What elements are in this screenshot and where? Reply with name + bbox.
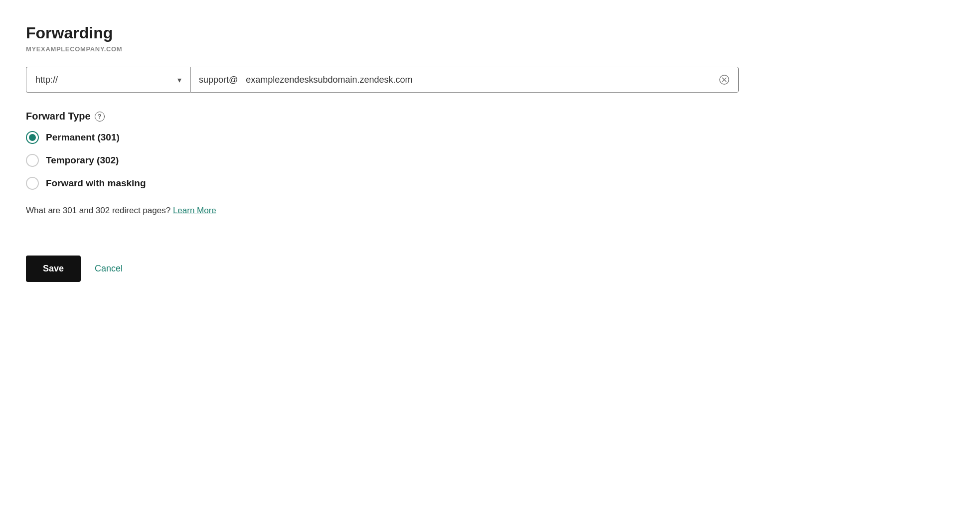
url-input-wrapper: support@: [190, 67, 739, 93]
radio-circle-masking: [26, 177, 39, 190]
help-icon[interactable]: ?: [95, 112, 105, 122]
learn-more-link[interactable]: Learn More: [173, 206, 216, 215]
radio-option-masking[interactable]: Forward with masking: [26, 177, 954, 190]
cancel-button[interactable]: Cancel: [95, 263, 123, 274]
protocol-value: http://: [35, 75, 58, 85]
url-input[interactable]: [246, 75, 730, 85]
radio-label-masking: Forward with masking: [46, 178, 146, 189]
save-button[interactable]: Save: [26, 256, 81, 282]
forward-type-label: Forward Type ?: [26, 111, 954, 122]
radio-circle-permanent: [26, 131, 39, 144]
info-text: What are 301 and 302 redirect pages? Lea…: [26, 206, 954, 216]
radio-label-permanent: Permanent (301): [46, 132, 120, 143]
url-row: http:// ▾ support@: [26, 67, 739, 93]
radio-option-permanent[interactable]: Permanent (301): [26, 131, 954, 144]
clear-url-button[interactable]: [718, 74, 730, 86]
radio-label-temporary: Temporary (302): [46, 155, 119, 166]
protocol-dropdown[interactable]: http:// ▾: [26, 67, 190, 93]
radio-option-temporary[interactable]: Temporary (302): [26, 154, 954, 167]
forward-type-radio-group: Permanent (301) Temporary (302) Forward …: [26, 131, 954, 190]
page-title: Forwarding: [26, 24, 954, 42]
bottom-actions: Save Cancel: [26, 256, 954, 282]
radio-circle-temporary: [26, 154, 39, 167]
chevron-down-icon: ▾: [177, 75, 181, 85]
url-prefix: support@: [199, 75, 238, 85]
domain-label: MYEXAMPLECOMPANY.COM: [26, 45, 954, 53]
